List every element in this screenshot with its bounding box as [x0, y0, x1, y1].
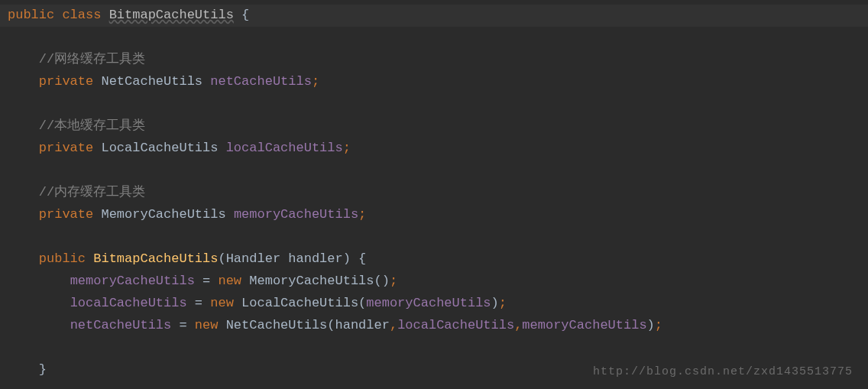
- arg-ref: localCacheUtils: [397, 318, 514, 332]
- brace-open: {: [234, 8, 249, 22]
- class-ref: NetCacheUtils: [226, 318, 328, 332]
- paren-open: (: [327, 318, 335, 332]
- code-line-comment[interactable]: //网络缓存工具类: [8, 49, 868, 71]
- code-line-constructor[interactable]: public BitmapCacheUtils(Handler handler)…: [8, 248, 868, 271]
- keyword-public: public: [39, 251, 86, 266]
- code-line-comment[interactable]: //本地缓存工具类: [8, 115, 868, 138]
- field-ref: netCacheUtils: [70, 318, 172, 332]
- code-line-assign[interactable]: netCacheUtils = new NetCacheUtils(handle…: [8, 315, 868, 337]
- paren-open: (: [358, 296, 366, 310]
- brace-open: {: [351, 251, 366, 266]
- watermark-text: http://blog.csdn.net/zxd1435513775: [593, 362, 853, 382]
- code-line-class-decl[interactable]: public class BitmapCacheUtils {: [0, 5, 868, 27]
- brace-close: }: [39, 362, 47, 377]
- field-name: memoryCacheUtils: [234, 207, 358, 222]
- semicolon: ;: [312, 74, 319, 89]
- param-name: handler: [288, 251, 342, 266]
- keyword-private: private: [39, 207, 93, 222]
- field-name: localCacheUtils: [226, 141, 343, 155]
- paren-close: ): [491, 296, 499, 310]
- class-ref: MemoryCacheUtils: [249, 274, 374, 288]
- keyword-new: new: [210, 296, 234, 310]
- code-line-assign[interactable]: memoryCacheUtils = new MemoryCacheUtils(…: [8, 271, 868, 293]
- code-line-field[interactable]: private MemoryCacheUtils memoryCacheUtil…: [8, 204, 868, 226]
- code-line-assign[interactable]: localCacheUtils = new LocalCacheUtils(me…: [8, 293, 868, 315]
- code-line-empty[interactable]: [8, 337, 868, 359]
- class-name: BitmapCacheUtils: [109, 8, 234, 22]
- code-line-field[interactable]: private NetCacheUtils netCacheUtils;: [8, 71, 868, 93]
- type-name: LocalCacheUtils: [101, 141, 218, 155]
- field-ref: memoryCacheUtils: [70, 274, 195, 288]
- field-name: netCacheUtils: [210, 74, 312, 89]
- equals: =: [171, 318, 195, 332]
- type-name: NetCacheUtils: [101, 74, 202, 89]
- paren-close: ): [343, 251, 351, 266]
- code-line-empty[interactable]: [8, 226, 868, 248]
- keyword-private: private: [39, 74, 93, 89]
- param-type: Handler: [226, 251, 280, 266]
- code-line-empty[interactable]: [8, 93, 868, 115]
- semicolon: ;: [390, 274, 397, 288]
- keyword-new: new: [195, 318, 219, 332]
- arg-ref: handler: [335, 318, 390, 332]
- semicolon: ;: [343, 141, 351, 155]
- semicolon: ;: [655, 318, 662, 332]
- code-line-empty[interactable]: [8, 160, 868, 182]
- equals: =: [195, 274, 219, 288]
- paren-open: (: [218, 251, 225, 266]
- keyword-public: public: [8, 8, 54, 22]
- code-line-comment[interactable]: //内存缓存工具类: [8, 182, 868, 204]
- comma: ,: [390, 318, 397, 332]
- keyword-private: private: [39, 141, 93, 155]
- code-line-empty[interactable]: [8, 27, 868, 49]
- method-name: BitmapCacheUtils: [93, 251, 218, 266]
- comma: ,: [514, 318, 522, 332]
- arg-ref: memoryCacheUtils: [522, 318, 646, 332]
- field-ref: localCacheUtils: [70, 296, 187, 310]
- comment-text: //本地缓存工具类: [39, 118, 145, 133]
- type-name: MemoryCacheUtils: [101, 207, 225, 222]
- semicolon: ;: [499, 296, 507, 310]
- class-ref: LocalCacheUtils: [241, 296, 358, 310]
- args: (): [374, 274, 390, 288]
- arg-ref: memoryCacheUtils: [366, 296, 491, 310]
- semicolon: ;: [358, 207, 366, 222]
- keyword-new: new: [218, 274, 241, 288]
- paren-close: ): [647, 318, 655, 332]
- comment-text: //内存缓存工具类: [39, 185, 145, 199]
- comment-text: //网络缓存工具类: [39, 52, 145, 66]
- code-line-field[interactable]: private LocalCacheUtils localCacheUtils;: [8, 138, 868, 160]
- keyword-class: class: [62, 8, 101, 22]
- equals: =: [187, 296, 211, 310]
